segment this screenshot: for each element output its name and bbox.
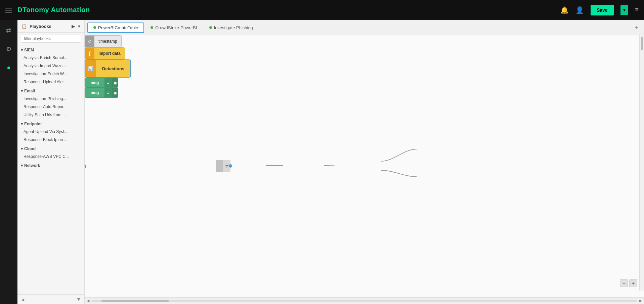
playbooks-footer: ▲ ▼ bbox=[17, 294, 84, 304]
playbooks-search-container bbox=[17, 33, 84, 45]
tab-dot-investigate bbox=[209, 26, 212, 29]
category-label-email: Email bbox=[24, 89, 35, 93]
playbooks-scroll-up-button[interactable]: ▲ bbox=[19, 296, 27, 303]
playbooks-play-icon[interactable]: ▶ bbox=[72, 24, 75, 29]
category-endpoint[interactable]: ▾ Endpoint bbox=[17, 119, 84, 128]
category-network[interactable]: ▾ Network bbox=[17, 161, 84, 169]
node-msg-bottom-icon: ≡ bbox=[104, 88, 112, 98]
category-arrow-endpoint: ▾ bbox=[21, 122, 23, 126]
sidebar-filter-icon[interactable]: ⚙ bbox=[3, 43, 15, 55]
top-header: DTonomy Automation 🔔 👤 Save ▼ ≡ bbox=[0, 0, 644, 20]
list-item[interactable]: Investigation-Enrich W... bbox=[17, 70, 84, 78]
tab-powerbicreatetable[interactable]: PowerBICreateTable bbox=[87, 23, 144, 33]
hscroll-track[interactable] bbox=[91, 300, 637, 302]
tab-add-button[interactable]: + bbox=[632, 23, 641, 32]
category-label-siem: SIEM bbox=[24, 48, 34, 52]
header-menu-icon[interactable]: ≡ bbox=[635, 6, 639, 13]
hamburger-icon[interactable] bbox=[5, 8, 12, 12]
scroll-left-button[interactable]: ◀ bbox=[86, 299, 90, 303]
list-item[interactable]: Analysis-Enrich Sumol... bbox=[17, 54, 84, 62]
tab-label-crowdstrike: CrowdStrike-PowerBI bbox=[155, 25, 197, 30]
tabs-bar: PowerBICreateTable CrowdStrike-PowerBI I… bbox=[85, 20, 644, 35]
canvas-row: → ⇄ ⏱ timestamp { import dat bbox=[85, 35, 644, 297]
icon-sidebar: ⇄ ⚙ bbox=[0, 20, 17, 304]
category-cloud[interactable]: ▾ Cloud bbox=[17, 144, 84, 153]
node-msg-top[interactable]: msg ≡ ▣ bbox=[85, 78, 118, 88]
playbooks-list: ▾ SIEM Analysis-Enrich Sumol... Analysis… bbox=[17, 45, 84, 294]
playbooks-header: 📋 Playbooks ▶ ▾ bbox=[17, 20, 84, 33]
node-msg-top-icon: ≡ bbox=[104, 78, 112, 88]
category-email[interactable]: ▾ Email bbox=[17, 86, 84, 95]
list-item[interactable]: Response-Auto Repor... bbox=[17, 103, 84, 111]
category-arrow-siem: ▾ bbox=[21, 48, 23, 52]
sidebar-dot-icon[interactable] bbox=[3, 62, 15, 74]
zoom-controls: − + bbox=[620, 279, 637, 287]
category-label-network: Network bbox=[24, 163, 40, 168]
node-msg-bottom-end: ▣ bbox=[112, 88, 118, 98]
tab-dot-crowdstrike bbox=[151, 26, 153, 29]
category-siem[interactable]: ▾ SIEM bbox=[17, 45, 84, 54]
node-timestamp[interactable]: ⏱ timestamp bbox=[85, 35, 122, 47]
node-timestamp-icon: ⏱ bbox=[85, 35, 94, 47]
node-msg-bottom-label: msg bbox=[85, 90, 104, 95]
node-input[interactable]: → ⇄ bbox=[216, 160, 230, 172]
category-label-cloud: Cloud bbox=[24, 146, 36, 151]
playbooks-title: Playbooks bbox=[30, 24, 69, 29]
bell-icon[interactable]: 🔔 bbox=[560, 6, 569, 14]
node-importdata[interactable]: { import data bbox=[85, 47, 125, 59]
node-detections-label: Detections bbox=[96, 66, 130, 71]
save-dropdown-button[interactable]: ▼ bbox=[620, 5, 629, 15]
header-right: 🔔 👤 Save ▼ ≡ bbox=[560, 5, 639, 15]
hscroll-thumb[interactable] bbox=[101, 300, 169, 302]
app-title: DTonomy Automation bbox=[17, 6, 90, 14]
canvas-area: PowerBICreateTable CrowdStrike-PowerBI I… bbox=[85, 20, 644, 304]
sidebar-shuffle-icon[interactable]: ⇄ bbox=[3, 24, 15, 36]
playbooks-search-input[interactable] bbox=[21, 35, 81, 43]
category-arrow-cloud: ▾ bbox=[21, 146, 23, 151]
main-layout: ⇄ ⚙ 📋 Playbooks ▶ ▾ ▾ SIEM Analysis-Enri… bbox=[0, 20, 644, 304]
bottom-scrollbar: ◀ ▶ bbox=[85, 297, 644, 304]
canvas-vscroll-thumb[interactable] bbox=[641, 37, 643, 50]
tab-label-investigate: Investigate Phishing bbox=[214, 25, 253, 30]
playbooks-panel: 📋 Playbooks ▶ ▾ ▾ SIEM Analysis-Enrich S… bbox=[17, 20, 85, 304]
save-button[interactable]: Save bbox=[591, 5, 614, 15]
user-icon[interactable]: 👤 bbox=[575, 6, 584, 14]
category-arrow-network: ▾ bbox=[21, 163, 23, 168]
node-msg-bottom[interactable]: msg ≡ ▣ bbox=[85, 88, 118, 98]
node-importdata-icon: { bbox=[85, 47, 94, 59]
scroll-right-button[interactable]: ▶ bbox=[639, 299, 643, 303]
list-item[interactable]: Response-Upload Aler... bbox=[17, 78, 84, 86]
tab-crowdstrike-powerbi[interactable]: CrowdStrike-PowerBI bbox=[145, 23, 203, 33]
node-msg-top-end: ▣ bbox=[112, 78, 118, 88]
canvas-vscrollbar[interactable] bbox=[639, 35, 644, 291]
list-item[interactable]: Utility-Scan Urls from ... bbox=[17, 111, 84, 119]
flow-connections-svg bbox=[85, 35, 644, 297]
category-label-endpoint: Endpoint bbox=[24, 122, 42, 126]
zoom-in-button[interactable]: + bbox=[629, 279, 637, 287]
node-msg-top-label: msg bbox=[85, 80, 104, 85]
node-detections-icon: 📊 bbox=[85, 59, 96, 78]
tab-dot-powerbicreatetable bbox=[93, 26, 96, 29]
node-input-connector[interactable] bbox=[229, 164, 232, 168]
tab-label-powerbicreatetable: PowerBICreateTable bbox=[98, 25, 138, 30]
list-item[interactable]: Response-Block Ip on ... bbox=[17, 136, 84, 144]
node-detections[interactable]: 📊 Detections bbox=[85, 59, 131, 78]
zoom-out-button[interactable]: − bbox=[620, 279, 628, 287]
list-item[interactable]: Analysis-Import Wazu... bbox=[17, 62, 84, 70]
node-input-icon: → bbox=[216, 160, 223, 172]
playbooks-book-icon: 📋 bbox=[22, 24, 27, 29]
playbooks-menu-icon[interactable]: ▾ bbox=[78, 24, 80, 29]
node-timestamp-label: timestamp bbox=[94, 39, 121, 44]
category-arrow-email: ▾ bbox=[21, 89, 23, 93]
playbooks-scroll-down-button[interactable]: ▼ bbox=[75, 296, 82, 303]
list-item[interactable]: Investigation-Phishing... bbox=[17, 95, 84, 103]
header-left: DTonomy Automation bbox=[5, 6, 90, 14]
canvas[interactable]: → ⇄ ⏱ timestamp { import dat bbox=[85, 35, 644, 297]
list-item[interactable]: Response-AWS VPC C... bbox=[17, 153, 84, 161]
tab-investigate-phishing[interactable]: Investigate Phishing bbox=[204, 23, 259, 33]
node-importdata-label: import data bbox=[94, 51, 125, 56]
list-item[interactable]: Agent-Upload Via Sysl... bbox=[17, 128, 84, 136]
